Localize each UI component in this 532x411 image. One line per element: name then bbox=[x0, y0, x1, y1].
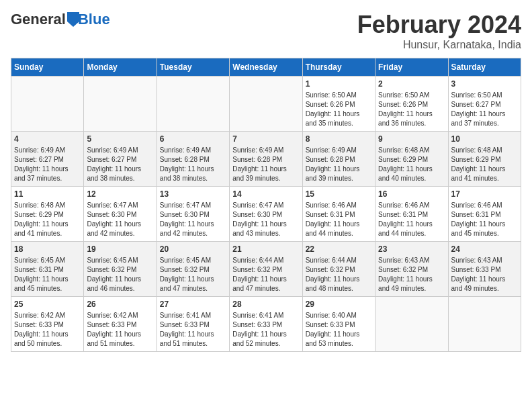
weekday-friday: Friday bbox=[375, 58, 448, 77]
day-number: 1 bbox=[306, 79, 372, 89]
calendar-cell: 11Sunrise: 6:48 AM Sunset: 6:29 PM Dayli… bbox=[11, 187, 84, 242]
day-info: Sunrise: 6:49 AM Sunset: 6:28 PM Dayligh… bbox=[160, 146, 226, 183]
day-number: 8 bbox=[306, 134, 372, 144]
day-info: Sunrise: 6:41 AM Sunset: 6:33 PM Dayligh… bbox=[232, 311, 299, 349]
day-number: 25 bbox=[14, 300, 81, 309]
day-info: Sunrise: 6:47 AM Sunset: 6:30 PM Dayligh… bbox=[87, 201, 153, 238]
day-number: 14 bbox=[232, 189, 299, 199]
day-number: 2 bbox=[378, 79, 445, 89]
calendar-cell: 14Sunrise: 6:47 AM Sunset: 6:30 PM Dayli… bbox=[230, 187, 302, 242]
week-row-3: 18Sunrise: 6:45 AM Sunset: 6:31 PM Dayli… bbox=[11, 242, 521, 297]
day-info: Sunrise: 6:49 AM Sunset: 6:27 PM Dayligh… bbox=[87, 146, 153, 183]
day-info: Sunrise: 6:43 AM Sunset: 6:32 PM Dayligh… bbox=[378, 256, 445, 293]
day-number: 11 bbox=[14, 189, 81, 199]
calendar-cell bbox=[84, 77, 157, 132]
day-number: 13 bbox=[160, 189, 226, 199]
day-info: Sunrise: 6:47 AM Sunset: 6:30 PM Dayligh… bbox=[232, 201, 299, 238]
calendar-cell: 25Sunrise: 6:42 AM Sunset: 6:33 PM Dayli… bbox=[11, 297, 84, 352]
calendar-cell: 20Sunrise: 6:45 AM Sunset: 6:32 PM Dayli… bbox=[157, 242, 229, 297]
calendar-cell bbox=[11, 77, 84, 132]
calendar-cell: 29Sunrise: 6:40 AM Sunset: 6:33 PM Dayli… bbox=[302, 297, 375, 352]
calendar-cell bbox=[448, 297, 521, 352]
day-info: Sunrise: 6:42 AM Sunset: 6:33 PM Dayligh… bbox=[14, 311, 81, 349]
day-number: 20 bbox=[160, 244, 226, 254]
day-number: 15 bbox=[306, 189, 372, 199]
main-title: February 2024 bbox=[357, 11, 521, 39]
calendar-cell: 28Sunrise: 6:41 AM Sunset: 6:33 PM Dayli… bbox=[230, 297, 302, 352]
title-block: February 2024 Hunsur, Karnataka, India bbox=[357, 11, 521, 51]
calendar-cell: 26Sunrise: 6:42 AM Sunset: 6:33 PM Dayli… bbox=[84, 297, 157, 352]
calendar-cell: 16Sunrise: 6:46 AM Sunset: 6:31 PM Dayli… bbox=[375, 187, 448, 242]
day-info: Sunrise: 6:46 AM Sunset: 6:31 PM Dayligh… bbox=[378, 201, 445, 238]
day-info: Sunrise: 6:45 AM Sunset: 6:32 PM Dayligh… bbox=[87, 256, 153, 293]
calendar-cell: 13Sunrise: 6:47 AM Sunset: 6:30 PM Dayli… bbox=[157, 187, 229, 242]
day-number: 16 bbox=[378, 189, 445, 199]
day-number: 24 bbox=[451, 244, 518, 254]
calendar-cell: 18Sunrise: 6:45 AM Sunset: 6:31 PM Dayli… bbox=[11, 242, 84, 297]
weekday-header-row: SundayMondayTuesdayWednesdayThursdayFrid… bbox=[11, 58, 521, 77]
logo-blue: Blue bbox=[78, 11, 110, 28]
calendar-cell: 21Sunrise: 6:44 AM Sunset: 6:32 PM Dayli… bbox=[230, 242, 302, 297]
day-number: 3 bbox=[451, 79, 518, 89]
day-info: Sunrise: 6:45 AM Sunset: 6:31 PM Dayligh… bbox=[14, 256, 81, 293]
calendar: SundayMondayTuesdayWednesdayThursdayFrid… bbox=[11, 58, 521, 352]
day-number: 28 bbox=[232, 300, 299, 309]
header: General Blue February 2024 Hunsur, Karna… bbox=[11, 11, 521, 51]
week-row-1: 4Sunrise: 6:49 AM Sunset: 6:27 PM Daylig… bbox=[11, 132, 521, 187]
day-info: Sunrise: 6:46 AM Sunset: 6:31 PM Dayligh… bbox=[306, 201, 372, 238]
calendar-cell: 3Sunrise: 6:50 AM Sunset: 6:27 PM Daylig… bbox=[448, 77, 521, 132]
calendar-cell: 27Sunrise: 6:41 AM Sunset: 6:33 PM Dayli… bbox=[157, 297, 229, 352]
day-number: 22 bbox=[306, 244, 372, 254]
calendar-cell: 4Sunrise: 6:49 AM Sunset: 6:27 PM Daylig… bbox=[11, 132, 84, 187]
day-info: Sunrise: 6:50 AM Sunset: 6:26 PM Dayligh… bbox=[306, 91, 372, 128]
day-number: 21 bbox=[232, 244, 299, 254]
calendar-cell: 19Sunrise: 6:45 AM Sunset: 6:32 PM Dayli… bbox=[84, 242, 157, 297]
day-info: Sunrise: 6:40 AM Sunset: 6:33 PM Dayligh… bbox=[306, 311, 372, 349]
day-number: 29 bbox=[306, 300, 372, 309]
logo-general: General bbox=[11, 11, 66, 28]
day-info: Sunrise: 6:44 AM Sunset: 6:32 PM Dayligh… bbox=[232, 256, 299, 293]
calendar-cell: 15Sunrise: 6:46 AM Sunset: 6:31 PM Dayli… bbox=[302, 187, 375, 242]
weekday-monday: Monday bbox=[84, 58, 157, 77]
weekday-tuesday: Tuesday bbox=[157, 58, 229, 77]
calendar-cell: 9Sunrise: 6:48 AM Sunset: 6:29 PM Daylig… bbox=[375, 132, 448, 187]
day-info: Sunrise: 6:44 AM Sunset: 6:32 PM Dayligh… bbox=[306, 256, 372, 293]
day-number: 7 bbox=[232, 134, 299, 144]
logo: General Blue bbox=[11, 11, 110, 28]
day-number: 6 bbox=[160, 134, 226, 144]
calendar-cell: 1Sunrise: 6:50 AM Sunset: 6:26 PM Daylig… bbox=[302, 77, 375, 132]
calendar-cell bbox=[157, 77, 229, 132]
day-info: Sunrise: 6:43 AM Sunset: 6:33 PM Dayligh… bbox=[451, 256, 518, 293]
calendar-cell bbox=[375, 297, 448, 352]
day-number: 18 bbox=[14, 244, 81, 254]
day-number: 10 bbox=[451, 134, 518, 144]
calendar-cell: 6Sunrise: 6:49 AM Sunset: 6:28 PM Daylig… bbox=[157, 132, 229, 187]
day-number: 17 bbox=[451, 189, 518, 199]
calendar-cell: 2Sunrise: 6:50 AM Sunset: 6:26 PM Daylig… bbox=[375, 77, 448, 132]
calendar-cell: 8Sunrise: 6:49 AM Sunset: 6:28 PM Daylig… bbox=[302, 132, 375, 187]
week-row-4: 25Sunrise: 6:42 AM Sunset: 6:33 PM Dayli… bbox=[11, 297, 521, 352]
day-info: Sunrise: 6:49 AM Sunset: 6:28 PM Dayligh… bbox=[306, 146, 372, 183]
day-info: Sunrise: 6:41 AM Sunset: 6:33 PM Dayligh… bbox=[160, 311, 226, 349]
subtitle: Hunsur, Karnataka, India bbox=[357, 39, 521, 51]
day-number: 5 bbox=[87, 134, 153, 144]
day-number: 9 bbox=[378, 134, 445, 144]
day-info: Sunrise: 6:42 AM Sunset: 6:33 PM Dayligh… bbox=[87, 311, 153, 349]
day-info: Sunrise: 6:50 AM Sunset: 6:26 PM Dayligh… bbox=[378, 91, 445, 128]
week-row-0: 1Sunrise: 6:50 AM Sunset: 6:26 PM Daylig… bbox=[11, 77, 521, 132]
day-number: 12 bbox=[87, 189, 153, 199]
calendar-cell: 17Sunrise: 6:46 AM Sunset: 6:31 PM Dayli… bbox=[448, 187, 521, 242]
calendar-cell: 5Sunrise: 6:49 AM Sunset: 6:27 PM Daylig… bbox=[84, 132, 157, 187]
day-info: Sunrise: 6:46 AM Sunset: 6:31 PM Dayligh… bbox=[451, 201, 518, 238]
calendar-cell: 23Sunrise: 6:43 AM Sunset: 6:32 PM Dayli… bbox=[375, 242, 448, 297]
day-number: 4 bbox=[14, 134, 81, 144]
weekday-thursday: Thursday bbox=[302, 58, 375, 77]
day-info: Sunrise: 6:49 AM Sunset: 6:28 PM Dayligh… bbox=[232, 146, 299, 183]
weekday-sunday: Sunday bbox=[11, 58, 84, 77]
day-number: 26 bbox=[87, 300, 153, 309]
calendar-cell: 10Sunrise: 6:48 AM Sunset: 6:29 PM Dayli… bbox=[448, 132, 521, 187]
calendar-cell: 22Sunrise: 6:44 AM Sunset: 6:32 PM Dayli… bbox=[302, 242, 375, 297]
weekday-wednesday: Wednesday bbox=[230, 58, 302, 77]
calendar-cell: 7Sunrise: 6:49 AM Sunset: 6:28 PM Daylig… bbox=[230, 132, 302, 187]
day-info: Sunrise: 6:48 AM Sunset: 6:29 PM Dayligh… bbox=[14, 201, 81, 238]
